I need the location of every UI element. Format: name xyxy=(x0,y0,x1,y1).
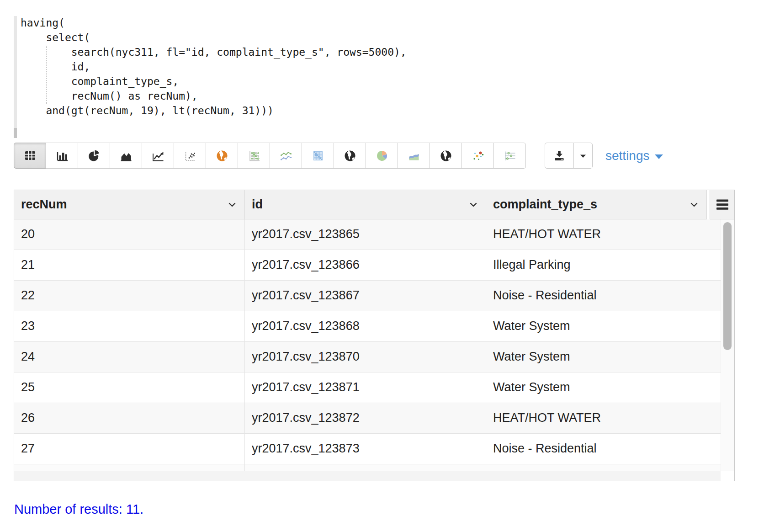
table-row: 22 yr2017.csv_123867 Noise - Residential xyxy=(14,281,721,311)
chart-type-table-button[interactable] xyxy=(14,143,46,169)
cell-id: yr2017.csv_123873 xyxy=(245,434,486,464)
cell-recnum: 21 xyxy=(14,250,245,280)
cell-id: yr2017.csv_123872 xyxy=(245,403,486,433)
globe-icon xyxy=(343,149,357,163)
parallel-coordinates-icon xyxy=(503,149,517,163)
cell-id: yr2017.csv_123867 xyxy=(245,281,486,311)
chart-type-scatter-colored-button[interactable] xyxy=(462,143,494,169)
cell-recnum: 20 xyxy=(14,219,245,250)
download-button[interactable] xyxy=(545,143,574,169)
cell-complaint-type: HEAT/HOT WATER xyxy=(486,403,721,433)
line-chart-icon xyxy=(151,149,165,163)
area-colored-icon xyxy=(407,149,421,163)
table-row: 26 yr2017.csv_123872 HEAT/HOT WATER xyxy=(14,403,721,434)
chart-type-scatter-button[interactable] xyxy=(174,143,206,169)
settings-label: settings xyxy=(605,149,650,163)
column-label: recNum xyxy=(21,197,67,211)
cell-recnum: 24 xyxy=(14,342,245,372)
vertical-scrollbar-thumb[interactable] xyxy=(723,222,732,350)
chart-type-toolbar xyxy=(14,143,526,169)
table-row: 24 yr2017.csv_123870 Water System xyxy=(14,342,721,372)
cell-complaint-type: Noise - Residential xyxy=(486,434,721,464)
cell-id: yr2017.csv_123865 xyxy=(245,219,486,250)
chart-type-area-button[interactable] xyxy=(110,143,142,169)
cell-id: yr2017.csv_123871 xyxy=(245,372,486,403)
cell-complaint-type: HEAT/HOT WATER xyxy=(486,219,721,250)
column-divider xyxy=(244,464,245,471)
column-header-complaint-type[interactable]: complaint_type_s xyxy=(486,190,707,219)
cell-recnum: 23 xyxy=(14,311,245,341)
table-header: recNum id complaint_type_s xyxy=(14,190,707,219)
cell-recnum: 22 xyxy=(14,281,245,311)
vertical-scrollbar-track[interactable] xyxy=(721,219,734,471)
chevron-down-icon[interactable] xyxy=(689,200,699,210)
hamburger-menu-icon xyxy=(716,199,729,211)
bar-chart-icon xyxy=(55,149,69,163)
area-chart-icon xyxy=(119,149,133,163)
column-label: complaint_type_s xyxy=(493,197,597,211)
editor-gutter-scrollthumb[interactable] xyxy=(14,128,17,138)
chart-type-worldmap-button[interactable] xyxy=(206,143,238,169)
cell-id: yr2017.csv_123870 xyxy=(245,342,486,372)
pie-chart-icon xyxy=(87,149,101,163)
cell-recnum: 26 xyxy=(14,403,245,433)
heatmap-icon xyxy=(311,149,325,163)
scatter-plot-icon xyxy=(183,149,197,163)
chart-type-line-button[interactable] xyxy=(142,143,174,169)
table-row: 21 yr2017.csv_123866 Illegal Parking xyxy=(14,250,721,281)
editor-gutter xyxy=(14,16,17,128)
cell-complaint-type: Illegal Parking xyxy=(486,250,721,280)
chart-type-globe-button[interactable] xyxy=(334,143,366,169)
column-header-id[interactable]: id xyxy=(245,190,486,219)
partial-next-row xyxy=(14,464,721,471)
query-result-panel: having( select( search(nyc311, fl="id, c… xyxy=(0,0,764,532)
table-row: 25 yr2017.csv_123871 Water System xyxy=(14,372,721,403)
chart-type-globe2-button[interactable] xyxy=(430,143,462,169)
chart-type-bar-button[interactable] xyxy=(46,143,78,169)
download-icon xyxy=(552,149,566,163)
column-header-recnum[interactable]: recNum xyxy=(14,190,245,219)
cell-complaint-type: Water System xyxy=(486,311,721,341)
bubble-matrix-icon xyxy=(247,149,261,163)
chart-type-bubble-matrix-button[interactable] xyxy=(238,143,270,169)
scatter-colored-icon xyxy=(471,149,485,163)
globe-icon xyxy=(439,149,453,163)
chart-type-multiline-button[interactable] xyxy=(270,143,302,169)
result-table: recNum id complaint_type_s xyxy=(14,190,735,481)
settings-link[interactable]: settings xyxy=(605,143,663,169)
settings-caret-icon xyxy=(655,154,663,159)
world-map-orange-icon xyxy=(215,149,229,163)
chart-type-heatmap-button[interactable] xyxy=(302,143,334,169)
horizontal-scrollbar-track[interactable] xyxy=(14,471,721,481)
cell-recnum: 25 xyxy=(14,372,245,403)
caret-down-icon xyxy=(578,151,588,161)
table-row: 23 yr2017.csv_123868 Water System xyxy=(14,311,721,342)
chart-type-pie-button[interactable] xyxy=(78,143,110,169)
column-label: id xyxy=(252,197,263,211)
query-code-editor[interactable]: having( select( search(nyc311, fl="id, c… xyxy=(21,16,407,118)
cell-complaint-type: Water System xyxy=(486,372,721,403)
download-split-button xyxy=(545,143,593,169)
table-menu-button[interactable] xyxy=(710,190,734,219)
chart-type-parallel-coords-button[interactable] xyxy=(493,143,526,169)
cell-complaint-type: Noise - Residential xyxy=(486,281,721,311)
results-count-text: Number of results: 11. xyxy=(14,502,143,517)
download-menu-button[interactable] xyxy=(573,143,593,169)
table-body: 20 yr2017.csv_123865 HEAT/HOT WATER 21 y… xyxy=(14,219,721,464)
table-row: 20 yr2017.csv_123865 HEAT/HOT WATER xyxy=(14,219,721,250)
pie-colored-icon xyxy=(375,149,389,163)
cell-recnum: 27 xyxy=(14,434,245,464)
chart-type-area-colored-button[interactable] xyxy=(398,143,430,169)
chart-type-pie-colored-button[interactable] xyxy=(366,143,398,169)
multi-line-chart-icon xyxy=(279,149,293,163)
cell-id: yr2017.csv_123866 xyxy=(245,250,486,280)
table-row: 27 yr2017.csv_123873 Noise - Residential xyxy=(14,434,721,464)
cell-id: yr2017.csv_123868 xyxy=(245,311,486,341)
table-icon xyxy=(23,149,37,163)
column-divider xyxy=(486,464,486,471)
chevron-down-icon[interactable] xyxy=(468,200,478,210)
chevron-down-icon[interactable] xyxy=(227,200,237,210)
cell-complaint-type: Water System xyxy=(486,342,721,372)
